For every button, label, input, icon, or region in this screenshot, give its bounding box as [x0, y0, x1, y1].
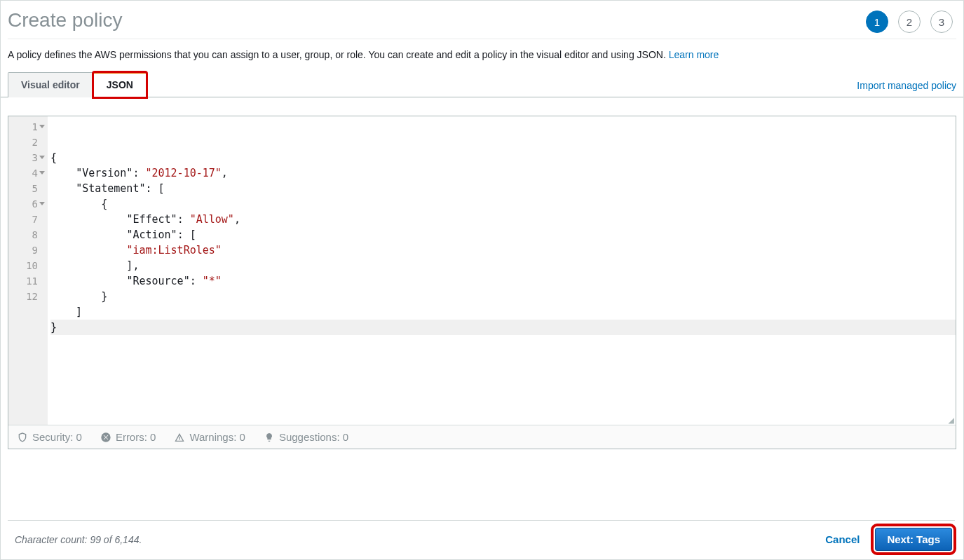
tab-visual-editor[interactable]: Visual editor [8, 72, 93, 97]
lightbulb-icon [264, 432, 275, 443]
status-security-label: Security: 0 [32, 431, 82, 443]
import-managed-policy-link[interactable]: Import managed policy [857, 80, 956, 97]
description-text: A policy defines the AWS permissions tha… [8, 49, 669, 60]
status-errors-label: Errors: 0 [116, 431, 156, 443]
json-editor[interactable]: 123456789101112 { "Version": "2012-10-17… [8, 116, 956, 449]
page-title: Create policy [8, 9, 122, 32]
wizard-steps: 123 [866, 8, 953, 33]
editor-status-bar: Security: 0 Errors: 0 Warnings: 0 Sugges… [8, 425, 956, 449]
status-warnings-label: Warnings: 0 [189, 431, 245, 443]
code-line[interactable]: "Statement": [ [50, 181, 956, 196]
status-security[interactable]: Security: 0 [17, 431, 82, 443]
wizard-step-3[interactable]: 3 [930, 11, 953, 33]
code-line[interactable]: { [50, 196, 956, 212]
code-line[interactable]: "iam:ListRoles" [50, 243, 956, 258]
editor-code[interactable]: { "Version": "2012-10-17", "Statement": … [48, 116, 956, 425]
code-line[interactable]: "Effect": "Allow", [50, 212, 956, 227]
wizard-step-1[interactable]: 1 [866, 11, 888, 33]
warning-icon [174, 432, 185, 443]
character-count: Character count: 99 of 6,144. [15, 534, 142, 545]
code-line[interactable]: "Resource": "*" [50, 273, 956, 289]
code-line[interactable]: "Action": [ [50, 227, 956, 243]
status-errors[interactable]: Errors: 0 [100, 431, 156, 443]
code-line[interactable]: ], [50, 258, 956, 273]
resize-handle-icon: ◢ [949, 416, 954, 423]
tab-json[interactable]: JSON [93, 72, 147, 97]
status-warnings[interactable]: Warnings: 0 [174, 431, 245, 443]
status-suggestions-label: Suggestions: 0 [279, 431, 348, 443]
next-tags-button[interactable]: Next: Tags [875, 528, 952, 551]
editor-gutter: 123456789101112 [8, 116, 48, 425]
tabs: Visual editor JSON [8, 71, 147, 97]
code-line[interactable]: "Version": "2012-10-17", [50, 165, 956, 181]
cancel-button[interactable]: Cancel [825, 533, 860, 545]
status-suggestions[interactable]: Suggestions: 0 [264, 431, 348, 443]
divider [8, 39, 956, 39]
code-line[interactable]: } [50, 320, 956, 335]
code-line[interactable]: { [50, 150, 956, 165]
code-line[interactable]: ] [50, 304, 956, 320]
code-line[interactable]: } [50, 289, 956, 304]
shield-icon [17, 432, 28, 443]
policy-description: A policy defines the AWS permissions tha… [1, 49, 963, 71]
wizard-step-2[interactable]: 2 [898, 11, 921, 33]
error-icon [100, 432, 111, 443]
footer: Character count: 99 of 6,144. Cancel Nex… [8, 520, 955, 555]
learn-more-link[interactable]: Learn more [669, 49, 719, 60]
